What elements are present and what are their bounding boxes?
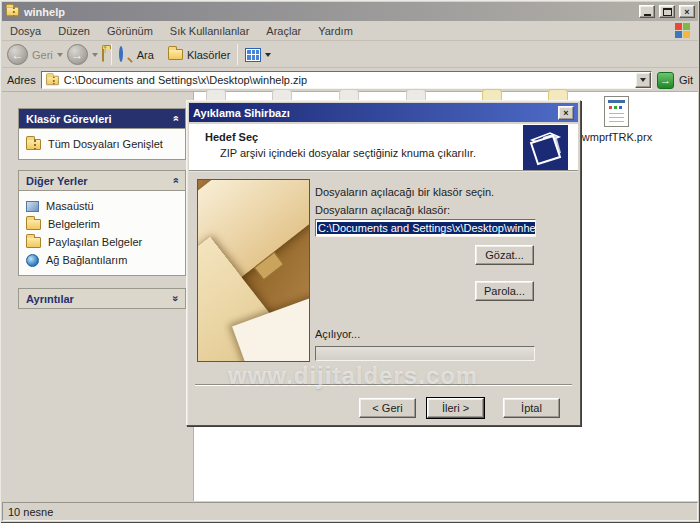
progress-label: Açılıyor... xyxy=(315,328,360,340)
file-icon-wmprftrk[interactable] xyxy=(604,96,629,127)
panel-details-header[interactable]: Ayrıntılar » xyxy=(18,288,186,309)
status-text: 10 nesne xyxy=(8,506,53,518)
panel-other-places-header[interactable]: Diğer Yerler » xyxy=(18,170,186,191)
menu-duzen[interactable]: Düzen xyxy=(58,25,90,37)
chevron-down-icon[interactable]: » xyxy=(169,295,180,301)
wizard-cancel-button[interactable]: İptal xyxy=(503,398,560,418)
panel-title: Klasör Görevleri xyxy=(26,113,112,125)
go-label[interactable]: Git xyxy=(679,74,693,86)
dialog-titlebar[interactable]: Ayıklama Sihirbazı × xyxy=(189,103,578,122)
minimize-icon xyxy=(644,14,651,16)
dialog-close-button[interactable]: × xyxy=(558,106,574,120)
address-input[interactable]: C:\Documents and Settings\x\Desktop\winh… xyxy=(41,71,652,89)
panel-folder-tasks: Klasör Görevleri » Tüm Dosyaları Genişle… xyxy=(18,108,186,160)
toolbar-separator xyxy=(237,44,238,65)
wizard-side-image xyxy=(197,179,310,362)
views-icon[interactable] xyxy=(245,48,261,62)
screen: { "window": { "title": "winhelp", "statu… xyxy=(0,0,700,523)
password-button[interactable]: Parola... xyxy=(475,281,534,301)
desktop-icon xyxy=(26,201,39,212)
network-globe-icon xyxy=(26,254,39,267)
views-dropdown-icon[interactable] xyxy=(265,53,271,57)
dialog-instruction: Dosyaların açılacağı bir klasör seçin. xyxy=(315,186,494,198)
folder-icon xyxy=(26,219,41,230)
dialog-heading: Hedef Seç xyxy=(205,131,258,143)
dropdown-icon xyxy=(640,78,646,82)
windows-logo-icon xyxy=(675,23,690,38)
status-bar: 10 nesne xyxy=(2,502,698,521)
toolbar: ← Geri → ↑ Ara Klasörler xyxy=(2,42,698,68)
sidebar-item-label: Masaüstü xyxy=(46,200,94,212)
menu-gorunum[interactable]: Görünüm xyxy=(107,25,153,37)
destination-input[interactable]: C:\Documents and Settings\x\Desktop\winh… xyxy=(315,219,536,237)
menu-sik-kullanilanlar[interactable]: Sık Kullanılanlar xyxy=(170,25,250,37)
sidebar-item-label: Ağ Bağlantılarım xyxy=(46,254,127,266)
wizard-next-button[interactable]: İleri > xyxy=(427,398,484,418)
dialog-title: Ayıklama Sihirbazı xyxy=(193,107,290,119)
go-button[interactable]: → xyxy=(657,72,674,89)
panel-title: Diğer Yerler xyxy=(26,175,88,187)
sidebar-item-extract-all[interactable]: Tüm Dosyaları Genişlet xyxy=(26,135,178,153)
forward-arrow-icon: → xyxy=(71,49,83,61)
chevron-up-icon[interactable]: » xyxy=(169,115,180,121)
back-label: Geri xyxy=(32,49,53,61)
back-dropdown-icon[interactable] xyxy=(57,53,63,57)
destination-field-label: Dosyaların açılacağı klasör: xyxy=(315,204,450,216)
zip-folder-icon xyxy=(26,139,41,150)
back-arrow-icon: ← xyxy=(12,49,24,61)
close-button[interactable]: × xyxy=(679,5,695,18)
folders-icon[interactable] xyxy=(168,49,183,60)
menu-araclar[interactable]: Araçlar xyxy=(266,25,301,37)
sidebar-item-my-documents[interactable]: Belgelerim xyxy=(26,215,178,233)
dialog-header: Hedef Seç ZIP arşivi içindeki dosyalar s… xyxy=(189,124,578,172)
panel-details: Ayrıntılar » xyxy=(18,288,186,309)
chevron-up-icon[interactable]: » xyxy=(169,177,180,183)
address-dropdown-button[interactable] xyxy=(635,72,651,88)
search-label[interactable]: Ara xyxy=(137,49,154,61)
panel-other-places-body: Masaüstü Belgelerim Paylaşılan Belgeler … xyxy=(18,191,186,276)
panel-folder-tasks-body: Tüm Dosyaları Genişlet xyxy=(18,129,186,160)
forward-dropdown-icon[interactable] xyxy=(92,53,98,57)
zip-folder-icon xyxy=(6,7,20,17)
address-zip-icon xyxy=(46,75,59,84)
address-label: Adres xyxy=(7,74,36,86)
menu-bar: Dosya Düzen Görünüm Sık Kullanılanlar Ar… xyxy=(2,21,698,41)
forward-button[interactable]: → xyxy=(67,44,88,65)
maximize-icon xyxy=(663,8,672,16)
file-label[interactable]: wmprfTRK.prx xyxy=(572,131,662,143)
selected-text: C:\Documents and Settings\x\Desktop\winh… xyxy=(317,222,536,234)
panel-folder-tasks-header[interactable]: Klasör Görevleri » xyxy=(18,108,186,129)
wizard-folder-icon xyxy=(523,125,568,170)
panel-title: Ayrıntılar xyxy=(26,293,74,305)
dialog-subheading: ZIP arşivi içindeki dosyalar seçtiğiniz … xyxy=(220,147,476,159)
folders-label[interactable]: Klasörler xyxy=(187,49,230,61)
back-button[interactable]: ← xyxy=(7,44,28,65)
browse-button[interactable]: Gözat... xyxy=(475,245,534,265)
minimize-button[interactable] xyxy=(639,5,655,18)
sidebar-item-desktop[interactable]: Masaüstü xyxy=(26,197,178,215)
window-title: winhelp xyxy=(24,6,635,18)
sidebar-item-network-connections[interactable]: Ağ Bağlantılarım xyxy=(26,251,178,269)
search-icon[interactable] xyxy=(119,48,133,62)
sidebar-item-label: Paylaşılan Belgeler xyxy=(48,236,142,248)
dialog-separator xyxy=(195,384,572,386)
up-button[interactable]: ↑ xyxy=(102,49,104,61)
folder-icon xyxy=(26,237,41,248)
sidebar-item-label: Belgelerim xyxy=(48,218,100,230)
task-pane: Klasör Görevleri » Tüm Dosyaları Genişle… xyxy=(2,92,194,501)
up-arrow-icon: ↑ xyxy=(102,42,108,56)
window-titlebar[interactable]: winhelp × xyxy=(2,2,698,21)
address-value: C:\Documents and Settings\x\Desktop\winh… xyxy=(64,74,307,86)
maximize-button[interactable] xyxy=(659,5,675,18)
menu-yardim[interactable]: Yardım xyxy=(318,25,353,37)
sidebar-item-label: Tüm Dosyaları Genişlet xyxy=(48,138,163,150)
toolbar-separator xyxy=(111,44,112,65)
panel-other-places: Diğer Yerler » Masaüstü Belgelerim Payla… xyxy=(18,170,186,276)
menu-dosya[interactable]: Dosya xyxy=(10,25,41,37)
progress-bar xyxy=(315,346,535,361)
extraction-wizard-dialog: Ayıklama Sihirbazı × Hedef Seç ZIP arşiv… xyxy=(186,100,581,426)
wizard-back-button[interactable]: < Geri xyxy=(359,398,416,418)
sidebar-item-shared-documents[interactable]: Paylaşılan Belgeler xyxy=(26,233,178,251)
